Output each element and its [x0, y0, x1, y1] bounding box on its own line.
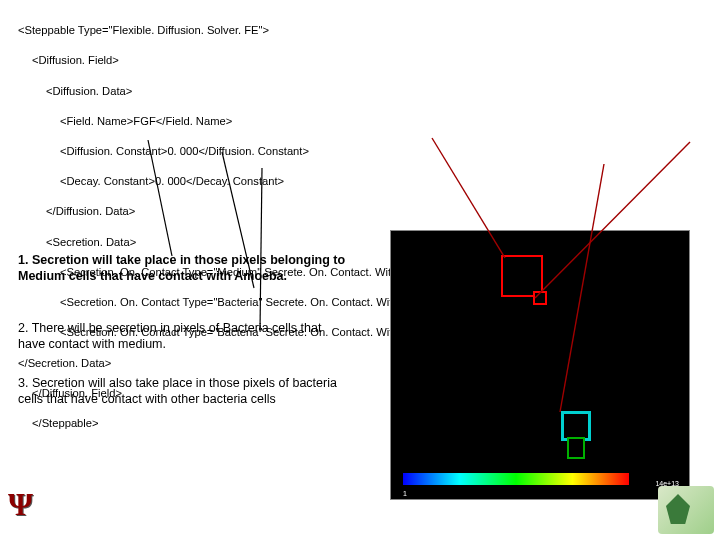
code-line: <Diffusion. Field> [18, 53, 615, 68]
explanation-3: 3. Secretion will also take place in tho… [18, 375, 348, 408]
code-line: <Steppable Type="Flexible. Diffusion. So… [18, 23, 615, 38]
code-line: </Diffusion. Data> [18, 204, 615, 219]
bacteria-cell-2 [567, 437, 585, 459]
code-line: <Diffusion. Data> [18, 84, 615, 99]
code-line: <Decay. Constant>0. 000</Decay. Constant… [18, 174, 615, 189]
code-line: <Field. Name>FGF</Field. Name> [18, 114, 615, 129]
amoeba-cell-small [533, 291, 547, 305]
compucell3d-logo [658, 486, 714, 534]
code-line: <Diffusion. Constant>0. 000</Diffusion. … [18, 144, 615, 159]
explanation-1: 1. Secretion will take place in those pi… [18, 252, 348, 285]
simulation-viewport: 1 14e+13 [390, 230, 690, 500]
explanation-2: 2. There will be secretion in pixels of … [18, 320, 348, 353]
scale-min-label: 1 [403, 490, 407, 497]
iu-logo: Ψ [8, 486, 48, 534]
color-scale-bar [403, 473, 629, 485]
